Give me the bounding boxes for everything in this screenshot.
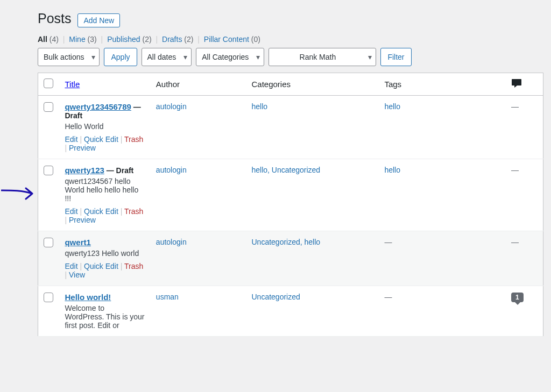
categories-select[interactable]: All Categories [196, 48, 264, 66]
post-title-link[interactable]: qwerty123456789 [65, 102, 131, 111]
bulk-actions-select[interactable]: Bulk actions [38, 48, 100, 66]
author-link[interactable]: autologin [156, 166, 187, 174]
tags-link[interactable]: hello [384, 166, 400, 174]
categories-link[interactable]: hello, Uncategorized [251, 166, 320, 174]
dates-select[interactable]: All dates [142, 48, 192, 66]
row-checkbox[interactable] [44, 102, 53, 112]
page-title: Posts [38, 11, 72, 26]
quick-edit-action[interactable]: Quick Edit [84, 207, 118, 216]
filter-mine-count: (3) [88, 35, 97, 44]
table-row: qwerty123456789 — DraftHello WorldEdit |… [38, 96, 543, 159]
row-actions: Edit | Quick Edit | Trash | Preview [65, 207, 145, 224]
row-actions: Edit | Quick Edit | Trash | View [65, 262, 145, 279]
trash-action[interactable]: Trash [124, 207, 143, 216]
table-row: Hello world!Welcome to WordPress. This i… [38, 286, 543, 337]
categories-link[interactable]: Uncategorized, hello [251, 238, 320, 246]
post-state: — Draft [104, 166, 133, 175]
quick-edit-action[interactable]: Quick Edit [84, 135, 118, 144]
filter-pillar[interactable]: Pillar Content [204, 35, 249, 44]
tablenav: Bulk actions ▾ Apply All dates ▾ All Cat… [38, 48, 543, 66]
add-new-button[interactable]: Add New [77, 13, 120, 27]
post-excerpt: qwert1234567 hello World hello hello hel… [65, 177, 145, 203]
col-comments[interactable] [506, 73, 543, 96]
post-title-link[interactable]: qwert1 [65, 238, 90, 247]
post-excerpt: Hello World [65, 122, 145, 131]
filter-button[interactable]: Filter [380, 48, 411, 66]
row-actions: Edit | Quick Edit | Trash | Preview [65, 135, 145, 152]
categories-link[interactable]: hello [251, 102, 267, 111]
rankmath-select[interactable]: Rank Math [269, 48, 376, 66]
apply-button[interactable]: Apply [104, 48, 137, 66]
row-checkbox[interactable] [44, 166, 53, 175]
filter-all-count: (4) [50, 35, 59, 44]
post-excerpt: qwerty123 Hello world [65, 249, 145, 258]
trash-action[interactable]: Trash [124, 262, 143, 270]
comment-count-bubble[interactable]: 1 [511, 293, 524, 302]
table-row: qwerty123 — Draftqwert1234567 hello Worl… [38, 159, 543, 231]
comments-empty: — [511, 238, 519, 246]
trash-action[interactable]: Trash [124, 135, 143, 144]
preview-action[interactable]: Preview [69, 216, 96, 224]
filter-mine[interactable]: Mine [69, 35, 85, 44]
categories-link[interactable]: Uncategorized [251, 293, 300, 301]
quick-edit-action[interactable]: Quick Edit [84, 262, 118, 270]
tags-empty: — [384, 238, 392, 246]
col-tags: Tags [379, 73, 506, 96]
annotation-arrow [1, 186, 40, 202]
post-title-link[interactable]: Hello world! [65, 293, 111, 302]
author-link[interactable]: usman [156, 293, 179, 301]
comments-empty: — [511, 102, 519, 111]
edit-action[interactable]: Edit [65, 135, 77, 144]
tags-empty: — [384, 293, 392, 301]
view-action[interactable]: View [69, 270, 85, 279]
filter-pillar-count: (0) [251, 35, 260, 44]
row-checkbox[interactable] [44, 293, 53, 302]
tags-link[interactable]: hello [384, 102, 400, 111]
edit-action[interactable]: Edit [65, 207, 77, 216]
table-row: qwert1qwerty123 Hello worldEdit | Quick … [38, 231, 543, 286]
filter-drafts[interactable]: Drafts [162, 35, 182, 44]
select-all-checkbox[interactable] [44, 79, 53, 88]
edit-action[interactable]: Edit [65, 262, 77, 270]
post-title-link[interactable]: qwerty123 [65, 166, 104, 175]
comments-empty: — [511, 166, 519, 174]
col-title[interactable]: Title [65, 80, 80, 89]
filter-published[interactable]: Published [107, 35, 140, 44]
posts-table: Title Author Categories Tags qwerty12345… [38, 73, 543, 337]
col-categories: Categories [246, 73, 379, 96]
comment-icon [511, 79, 522, 88]
status-filter-tabs: All (4) | Mine (3) | Published (2) | Dra… [38, 35, 543, 44]
row-checkbox[interactable] [44, 238, 53, 247]
filter-published-count: (2) [143, 35, 152, 44]
col-author: Author [151, 73, 246, 96]
author-link[interactable]: autologin [156, 238, 187, 246]
filter-drafts-count: (2) [184, 35, 193, 44]
preview-action[interactable]: Preview [69, 144, 96, 152]
post-excerpt: Welcome to WordPress. This is your first… [65, 304, 145, 330]
author-link[interactable]: autologin [156, 102, 187, 111]
filter-all[interactable]: All [38, 35, 47, 44]
